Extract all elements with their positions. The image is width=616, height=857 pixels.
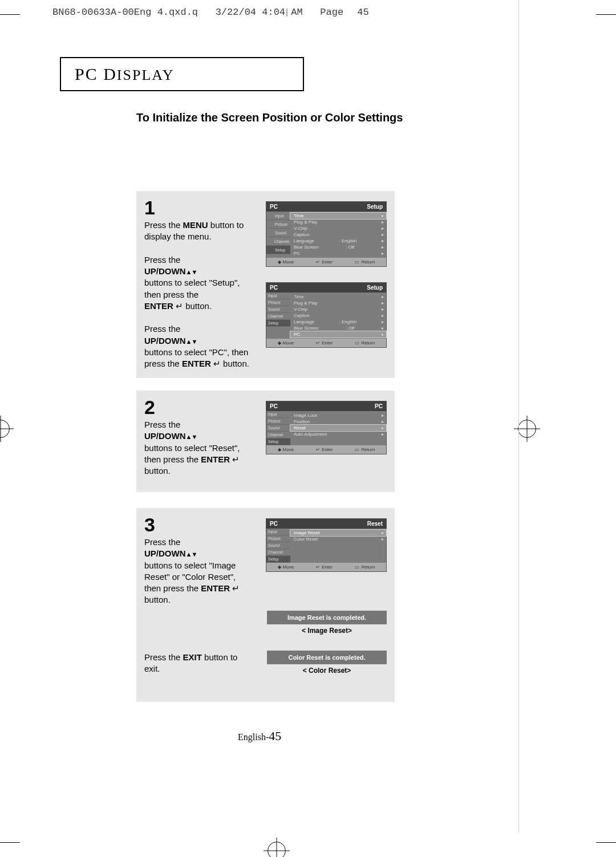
image-reset-banner: Image Reset is completed. < Image Reset> xyxy=(267,611,387,639)
osd-row-reset: Reset▸ xyxy=(290,425,386,431)
osd-tab-picture: Picture xyxy=(266,418,290,425)
text: buttons to select "Setup", then press th… xyxy=(144,278,240,299)
up-down-arrows-icon: ▲▼ xyxy=(186,338,197,345)
setup-icon xyxy=(268,247,274,253)
step-3-text: Press the UP/DOWN▲▼ buttons to select "I… xyxy=(144,537,253,606)
move-icon: ◆ xyxy=(278,259,281,265)
row-label: Reset xyxy=(294,425,306,430)
osd-row: Image Lock▸ xyxy=(290,412,386,419)
registration-mark-icon xyxy=(268,842,286,857)
step-3-block: 3 Press the UP/DOWN▲▼ buttons to select … xyxy=(136,508,395,702)
osd-tab-sound: Sound xyxy=(266,425,290,432)
page-title: To Initialize the Screen Position or Col… xyxy=(136,111,479,124)
osd-footer: ◆Move ↵Enter ▭Return xyxy=(266,445,386,454)
osd-footer: ◆Move ↵Enter ▭Return xyxy=(266,563,386,571)
osd-tab-channel: Channel xyxy=(266,237,290,246)
osd-row: Language: English▸ xyxy=(290,238,386,244)
tab-label: Input xyxy=(268,294,277,298)
osd-tab-column: Input Picture Sound Channel Setup xyxy=(266,529,290,563)
row-label: Caption xyxy=(294,232,310,237)
osd-row: Caption▸ xyxy=(290,312,386,319)
osd-tab-channel: Channel xyxy=(266,313,290,320)
chevron-right-icon: ▸ xyxy=(382,294,384,299)
section-title-rest: ISPLAY xyxy=(117,67,175,83)
chevron-right-icon: ▸ xyxy=(382,419,384,424)
hairline-tick-icon xyxy=(283,9,291,17)
step-2-text: Press the UP/DOWN▲▼ buttons to select "R… xyxy=(144,419,253,477)
exit-label: EXIT xyxy=(183,652,202,662)
osd-list: Time▸ Plug & Play▸ V-Chip▸ Caption▸ Lang… xyxy=(290,293,386,339)
move-icon: ◆ xyxy=(278,564,281,570)
move-icon: ◆ xyxy=(278,447,281,452)
osd-pc-menu-screenshot: PC PC Input Picture Sound Channel Setup … xyxy=(266,401,387,454)
section-title-leading: PC D xyxy=(75,64,117,83)
osd-row: Position▸ xyxy=(290,419,386,425)
updown-label: UP/DOWN xyxy=(144,431,186,441)
move-icon: ◆ xyxy=(278,340,281,346)
text: button. xyxy=(144,595,171,604)
step-1-block: 1 Press the MENU button to display the m… xyxy=(136,191,395,378)
picture-icon xyxy=(268,221,274,227)
enter-icon: ↵ xyxy=(173,301,185,311)
source-page-number: 45 xyxy=(357,7,368,18)
tab-label: Picture xyxy=(268,300,281,304)
osd-setup-pc-screenshot: PC Setup Input Picture Sound Channel Set… xyxy=(266,282,387,348)
row-value: : Off xyxy=(346,245,354,250)
osd-tab-sound: Sound xyxy=(266,229,290,237)
chevron-right-icon: ▸ xyxy=(382,245,384,250)
text: Press the xyxy=(144,255,180,265)
enter-icon: ↵ xyxy=(211,359,223,368)
row-label: Blue Screen xyxy=(294,326,319,331)
osd-row-image-reset: Image Reset▸ xyxy=(290,530,386,536)
updown-label: UP/DOWN xyxy=(144,336,186,346)
row-label: Time xyxy=(294,294,303,299)
footer-enter: Enter xyxy=(322,340,333,346)
source-page-word: Page xyxy=(320,7,343,18)
enter-label: ENTER xyxy=(144,301,173,311)
osd-tab-column: Input Picture Sound Channel Setup xyxy=(266,411,290,445)
enter-icon: ↵ xyxy=(230,583,240,593)
color-reset-caption: < Color Reset> xyxy=(267,664,387,679)
osd-reset-menu-screenshot: PC Reset Input Picture Sound Channel Set… xyxy=(266,518,387,572)
updown-label: UP/DOWN xyxy=(144,549,186,558)
tab-label: Sound xyxy=(275,231,286,235)
tab-label: Setup xyxy=(268,321,278,325)
text: Press the xyxy=(144,537,180,547)
osd-title-right: Setup xyxy=(367,204,383,210)
osd-title-right: Reset xyxy=(367,521,383,527)
chevron-right-icon: ▸ xyxy=(382,425,384,430)
osd-title-left: PC xyxy=(270,285,278,291)
return-icon: ▭ xyxy=(355,259,359,265)
osd-tab-input: Input xyxy=(266,411,290,418)
osd-title-left: PC xyxy=(270,403,278,409)
osd-setup-screenshot: PC Setup Input Picture Sound Channel Set… xyxy=(266,201,387,267)
chevron-right-icon: ▸ xyxy=(382,232,384,237)
page-footer-number: 45 xyxy=(269,729,281,743)
row-label: Plug & Play xyxy=(294,300,317,306)
osd-row-color-reset: Color Reset▸ xyxy=(290,536,386,542)
menu-button-label: MENU xyxy=(183,220,208,230)
osd-footer: ◆Move ↵Enter ▭Return xyxy=(266,258,386,266)
tab-label: Channel xyxy=(268,314,283,318)
chevron-right-icon: ▸ xyxy=(382,307,384,312)
input-icon xyxy=(268,213,274,218)
text: Press the xyxy=(144,652,183,662)
crop-mark xyxy=(0,842,20,843)
footer-move: Move xyxy=(283,340,294,346)
crop-mark xyxy=(596,842,616,843)
chevron-right-icon: ▸ xyxy=(382,319,384,324)
chevron-right-icon: ▸ xyxy=(382,326,384,331)
return-icon: ▭ xyxy=(355,447,359,452)
osd-tab-input: Input xyxy=(266,293,290,299)
tab-label: Input xyxy=(268,530,277,534)
osd-tab-setup: Setup xyxy=(266,246,290,254)
chevron-right-icon: ▸ xyxy=(382,537,384,542)
osd-title-left: PC xyxy=(270,521,278,527)
section-title-box: PC DISPLAY xyxy=(60,57,304,91)
up-down-arrows-icon: ▲▼ xyxy=(186,551,197,558)
chevron-right-icon: ▸ xyxy=(382,432,384,437)
image-reset-caption: < Image Reset> xyxy=(267,624,387,639)
footer-enter: Enter xyxy=(322,447,333,452)
chevron-right-icon: ▸ xyxy=(382,251,384,256)
osd-row: PC▸ xyxy=(290,250,386,257)
